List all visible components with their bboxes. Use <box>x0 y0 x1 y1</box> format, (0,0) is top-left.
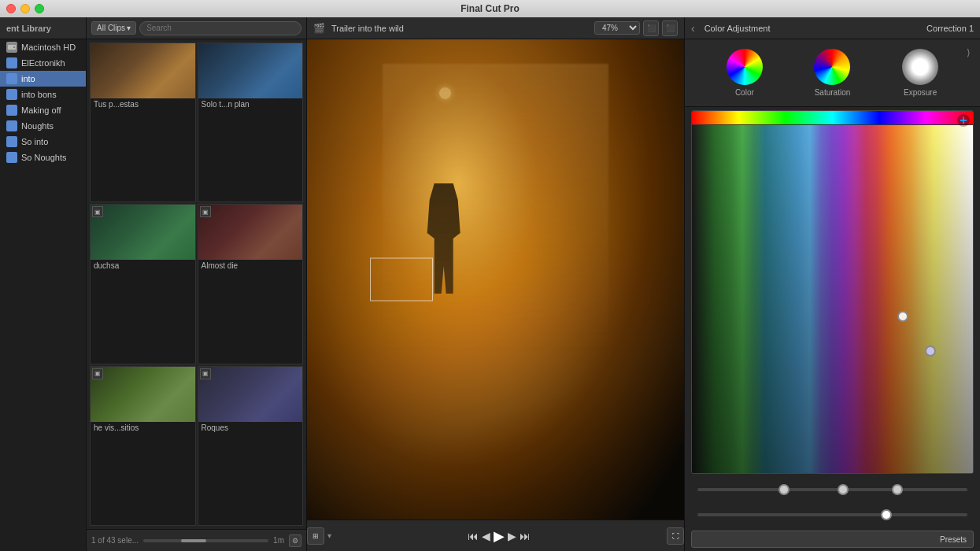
skip-forward-button[interactable]: ⏭ <box>520 530 531 542</box>
color-field[interactable] <box>692 125 973 473</box>
sidebar-item-into-bons[interactable]: into bons <box>0 87 86 102</box>
water-effect <box>383 64 608 352</box>
color-picker-area: + <box>685 107 980 527</box>
film-icon: 🎬 <box>313 23 325 34</box>
folder-icon <box>6 57 17 68</box>
inspector-panel: ‹ Color Adjustment Correction 1 Color Sa… <box>685 17 980 551</box>
sidebar-item-label: into bons <box>21 90 57 99</box>
zoom-icon: ⊞ <box>312 532 319 540</box>
settings-button[interactable]: ⚙ <box>289 534 301 547</box>
color-cursor-2[interactable] <box>925 346 936 357</box>
viewer-expand-button[interactable]: ⬛ <box>662 20 678 36</box>
sidebar-item-electronikh[interactable]: ElEctronikh <box>0 55 86 71</box>
sidebar-item-so-into[interactable]: So into <box>0 134 86 150</box>
sidebar-item-label: Noughts <box>21 121 54 131</box>
browser-search-input[interactable] <box>139 21 301 35</box>
sidebar: ent Library Macintosh HD ElEctronikh int… <box>0 17 87 551</box>
zoom-fit-button[interactable]: ⊞ <box>307 527 324 545</box>
all-clips-button[interactable]: All Clips ▾ <box>91 21 136 35</box>
minimize-button[interactable] <box>20 4 30 13</box>
clip-label: he vis...sitios <box>91 422 195 434</box>
slider-row-2 <box>691 505 974 524</box>
inspector-header: ‹ Color Adjustment Correction 1 <box>685 17 980 39</box>
slider-handle-3[interactable] <box>892 484 903 495</box>
viewer-toolbar: 🎬 Trailer into the wild 47% 100% 50% 25%… <box>307 17 684 39</box>
settings-icon: ⬛ <box>647 24 656 32</box>
clip-thumbnail: ▣ <box>198 367 303 422</box>
sidebar-item-label: into <box>21 74 35 83</box>
inspector-expand-button[interactable]: ⟩ <box>967 47 971 58</box>
folder-icon <box>6 73 17 84</box>
color-tools-row: Color Saturation Exposure ⟩ <box>685 39 980 107</box>
sidebar-item-label: Making off <box>21 105 61 115</box>
color-gradient-panel[interactable]: + <box>691 110 974 474</box>
slider-track-1[interactable] <box>697 488 967 491</box>
duration-label: 1m <box>273 536 284 545</box>
scroll-bar[interactable] <box>143 539 268 542</box>
viewer-panel: 🎬 Trailer into the wild 47% 100% 50% 25%… <box>307 17 685 551</box>
step-forward-button[interactable]: ▶ <box>508 530 516 542</box>
maximize-button[interactable] <box>35 4 44 13</box>
viewer-settings-button[interactable]: ⬛ <box>643 20 659 36</box>
step-backward-button[interactable]: ◀ <box>482 530 490 542</box>
slider-handle-1[interactable] <box>778 484 790 495</box>
expand-icon: ⬛ <box>666 24 675 32</box>
clip-item[interactable]: ▣ duchsa <box>90 204 196 364</box>
clip-thumbnail: ▣ <box>91 205 195 260</box>
sidebar-item-making-off[interactable]: Making off <box>0 102 86 118</box>
clip-thumbnail <box>198 43 303 98</box>
clip-item[interactable]: ▣ Roques <box>198 366 304 526</box>
folder-icon <box>6 89 17 100</box>
sidebar-item-into[interactable]: into <box>0 71 86 87</box>
play-button[interactable]: ▶ <box>494 527 505 545</box>
sidebar-item-macintosh-hd[interactable]: Macintosh HD <box>0 39 86 55</box>
hue-bar[interactable] <box>692 111 973 125</box>
slider-track-2[interactable] <box>697 513 967 516</box>
color-tool-saturation-label: Saturation <box>815 88 851 97</box>
browser-toolbar: All Clips ▾ <box>87 17 306 39</box>
color-cursor[interactable] <box>897 311 908 322</box>
folder-icon <box>6 152 17 163</box>
sidebar-item-noughts[interactable]: Noughts <box>0 118 86 134</box>
main-container: ent Library Macintosh HD ElEctronikh int… <box>0 17 980 551</box>
viewer-canvas <box>307 39 684 520</box>
add-correction-button[interactable]: + <box>957 114 970 127</box>
browser-bottom-bar: 1 of 43 sele... 1m ⚙ <box>87 529 306 551</box>
correction-label: Correction 1 <box>926 24 974 33</box>
sidebar-header: ent Library <box>0 17 86 39</box>
color-tool-color[interactable]: Color <box>727 49 763 97</box>
slider-handle-4[interactable] <box>881 509 892 520</box>
color-tool-saturation[interactable]: Saturation <box>814 49 850 97</box>
clip-item[interactable]: Tus p...estas <box>90 43 196 202</box>
color-wheel-circle <box>727 49 763 85</box>
zoom-select[interactable]: 47% 100% 50% 25% <box>594 21 640 35</box>
settings-icon: ⚙ <box>292 537 298 545</box>
clip-badge: ▣ <box>200 206 211 217</box>
clip-item[interactable]: ▣ Almost die <box>198 204 304 364</box>
close-button[interactable] <box>6 4 16 13</box>
sidebar-item-label: So into <box>21 137 48 146</box>
exposure-circle <box>902 49 938 85</box>
expand-icon: ⟩ <box>967 47 971 58</box>
fullscreen-button[interactable]: ⛶ <box>667 527 684 545</box>
presets-button[interactable]: Presets <box>691 531 974 548</box>
sidebar-item-label: ElEctronikh <box>21 58 65 68</box>
color-tool-exposure[interactable]: Exposure <box>902 49 938 97</box>
sidebar-item-label: So Noughts <box>21 153 66 162</box>
clip-item[interactable]: ▣ he vis...sitios <box>90 366 196 526</box>
folder-icon <box>6 120 17 131</box>
zoom-dropdown[interactable]: ▾ <box>327 531 331 540</box>
slider-handle-2[interactable] <box>838 484 849 495</box>
skip-backward-button[interactable]: ⏮ <box>468 530 479 542</box>
clip-grid: Tus p...estas Solo t...n plan ▣ duchsa <box>87 39 306 529</box>
viewer-selection-frame <box>370 258 433 301</box>
clip-item[interactable]: Solo t...n plan <box>198 43 304 202</box>
svg-point-1 <box>13 46 15 48</box>
clip-badge: ▣ <box>92 368 103 379</box>
sidebar-item-label: Macintosh HD <box>21 43 76 52</box>
folder-icon <box>6 136 17 147</box>
transport-controls: ⏮ ◀ ▶ ▶ ⏭ <box>468 527 531 545</box>
hdd-icon <box>6 42 17 53</box>
sidebar-item-so-noughts[interactable]: So Noughts <box>0 150 86 165</box>
inspector-back-button[interactable]: ‹ <box>691 22 695 35</box>
